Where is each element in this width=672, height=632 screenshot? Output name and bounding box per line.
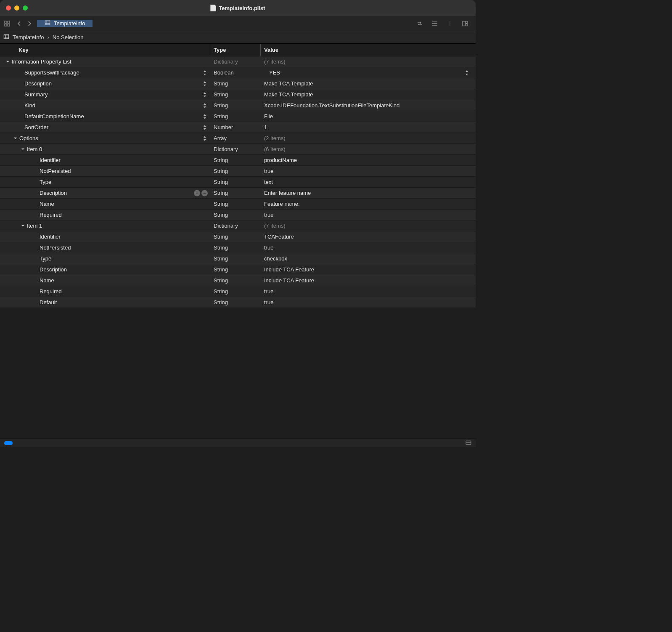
value-cell[interactable]: productName [261, 155, 476, 165]
key-cell[interactable]: SortOrder [0, 122, 210, 133]
breadcrumb-root[interactable]: TemplateInfo [13, 34, 44, 40]
table-row[interactable]: RequiredStringtrue [0, 210, 476, 220]
table-row[interactable]: Item 1Dictionary(7 items) [0, 220, 476, 231]
remove-row-button[interactable]: − [201, 190, 208, 196]
type-cell[interactable]: String [210, 199, 261, 209]
disclosure-triangle-icon[interactable] [5, 59, 10, 64]
table-row[interactable]: RequiredStringtrue [0, 286, 476, 297]
disclosure-triangle-icon[interactable] [13, 136, 18, 141]
key-stepper-icon[interactable] [203, 125, 207, 130]
key-cell[interactable]: Name [0, 275, 210, 286]
close-window-button[interactable] [6, 5, 11, 11]
type-cell[interactable]: String [210, 297, 261, 308]
key-cell[interactable]: Kind [0, 100, 210, 111]
column-header-type[interactable]: Type [210, 44, 261, 56]
zoom-window-button[interactable] [23, 5, 28, 11]
key-stepper-icon[interactable] [203, 136, 207, 141]
key-cell[interactable]: NotPersisted [0, 242, 210, 253]
value-cell[interactable]: true [261, 286, 476, 297]
table-row[interactable]: IdentifierStringproductName [0, 155, 476, 166]
table-row[interactable]: SummaryStringMake TCA Template [0, 89, 476, 100]
value-cell[interactable]: Make TCA Template [261, 78, 476, 89]
swap-editors-icon[interactable] [413, 16, 427, 31]
key-stepper-icon[interactable] [203, 114, 207, 119]
key-cell[interactable]: Identifier [0, 231, 210, 242]
value-cell[interactable]: 1 [261, 122, 476, 133]
table-row[interactable]: Description+−StringEnter feature name [0, 188, 476, 199]
key-stepper-icon[interactable] [203, 92, 207, 97]
type-cell[interactable]: String [210, 100, 261, 111]
key-stepper-icon[interactable] [203, 103, 207, 108]
value-cell[interactable]: true [261, 166, 476, 176]
status-pill-icon[interactable] [4, 441, 13, 445]
column-header-value[interactable]: Value [261, 44, 476, 56]
value-cell[interactable]: (6 items) [261, 144, 476, 154]
value-cell[interactable]: Feature name: [261, 199, 476, 209]
type-cell[interactable]: String [210, 111, 261, 122]
table-row[interactable]: DefaultCompletionNameStringFile [0, 111, 476, 122]
breadcrumb[interactable]: TemplateInfo › No Selection [0, 31, 476, 44]
key-cell[interactable]: Type [0, 253, 210, 264]
forward-button[interactable] [24, 16, 34, 31]
value-cell[interactable]: Enter feature name [261, 188, 476, 198]
table-row[interactable]: Item 0Dictionary(6 items) [0, 144, 476, 155]
type-cell[interactable]: String [210, 275, 261, 286]
editor-options-icon[interactable] [428, 16, 442, 31]
disclosure-triangle-icon[interactable] [20, 147, 25, 152]
key-cell[interactable]: Item 0 [0, 144, 210, 154]
value-cell[interactable]: true [261, 242, 476, 253]
type-cell[interactable]: Dictionary [210, 56, 261, 67]
table-row[interactable]: NameStringInclude TCA Feature [0, 275, 476, 286]
value-cell[interactable]: (7 items) [261, 56, 476, 67]
type-cell[interactable]: String [210, 155, 261, 165]
table-row[interactable]: TypeStringtext [0, 177, 476, 188]
key-stepper-icon[interactable] [203, 81, 207, 86]
value-cell[interactable]: Include TCA Feature [261, 275, 476, 286]
value-cell[interactable]: YES [261, 67, 476, 78]
type-cell[interactable]: Number [210, 122, 261, 133]
type-cell[interactable]: Boolean [210, 67, 261, 78]
type-cell[interactable]: String [210, 89, 261, 100]
value-cell[interactable]: Xcode.IDEFoundation.TextSubstitutionFile… [261, 100, 476, 111]
value-cell[interactable]: checkbox [261, 253, 476, 264]
key-cell[interactable]: Required [0, 286, 210, 297]
editor-tab[interactable]: TemplateInfo [37, 20, 93, 27]
key-cell[interactable]: NotPersisted [0, 166, 210, 176]
table-row[interactable]: DefaultStringtrue [0, 297, 476, 308]
type-cell[interactable]: String [210, 286, 261, 297]
key-cell[interactable]: Required [0, 210, 210, 220]
key-cell[interactable]: Identifier [0, 155, 210, 165]
key-cell[interactable]: Description [0, 264, 210, 275]
key-cell[interactable]: Description [0, 78, 210, 89]
table-row[interactable]: IdentifierStringTCAFeature [0, 231, 476, 242]
type-cell[interactable]: String [210, 166, 261, 176]
value-cell[interactable]: TCAFeature [261, 231, 476, 242]
breadcrumb-selection[interactable]: No Selection [53, 34, 84, 40]
key-cell[interactable]: DefaultCompletionName [0, 111, 210, 122]
type-cell[interactable]: String [210, 253, 261, 264]
key-cell[interactable]: Description+− [0, 188, 210, 198]
key-cell[interactable]: Options [0, 133, 210, 143]
value-cell[interactable]: text [261, 177, 476, 187]
type-cell[interactable]: String [210, 177, 261, 187]
value-cell[interactable]: true [261, 297, 476, 308]
type-cell[interactable]: Dictionary [210, 220, 261, 231]
table-row[interactable]: Information Property ListDictionary(7 it… [0, 56, 476, 67]
table-row[interactable]: NotPersistedStringtrue [0, 242, 476, 253]
filter-icon[interactable] [466, 440, 471, 446]
table-row[interactable]: SupportsSwiftPackageBooleanYES [0, 67, 476, 78]
type-cell[interactable]: Array [210, 133, 261, 143]
type-cell[interactable]: String [210, 264, 261, 275]
minimize-window-button[interactable] [14, 5, 19, 11]
column-header-key[interactable]: Key [0, 44, 210, 56]
type-cell[interactable]: String [210, 242, 261, 253]
back-button[interactable] [14, 16, 24, 31]
key-cell[interactable]: Default [0, 297, 210, 308]
key-stepper-icon[interactable] [203, 70, 207, 75]
value-stepper-icon[interactable] [465, 70, 469, 75]
disclosure-triangle-icon[interactable] [20, 223, 25, 228]
value-cell[interactable]: true [261, 210, 476, 220]
key-cell[interactable]: Summary [0, 89, 210, 100]
related-items-icon[interactable] [0, 16, 14, 31]
table-row[interactable]: OptionsArray(2 items) [0, 133, 476, 144]
